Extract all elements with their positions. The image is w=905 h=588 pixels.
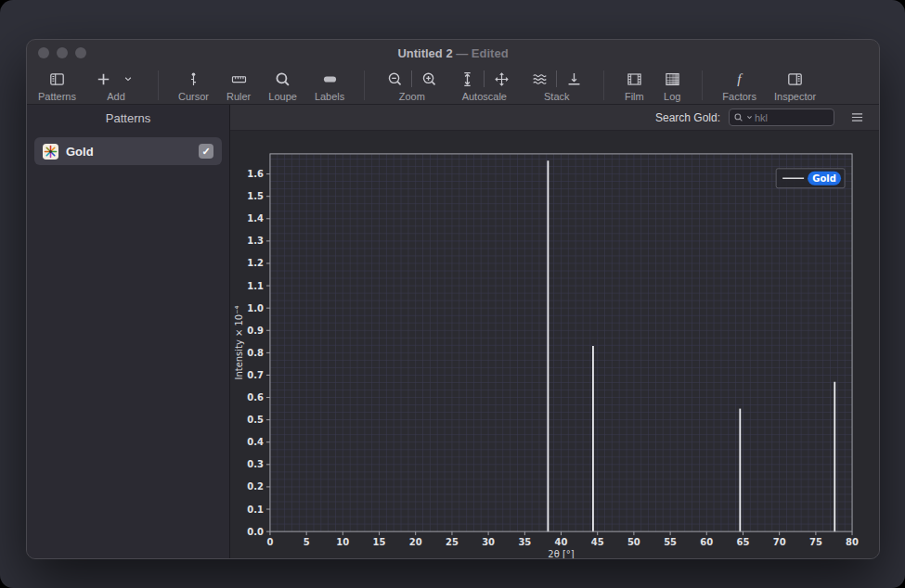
autoscale-vertical-icon bbox=[459, 71, 475, 87]
toolbar-label-inspector: Inspector bbox=[774, 91, 816, 102]
chevron-down-icon bbox=[123, 74, 133, 83]
toolbar-group-cursor: Cursor bbox=[178, 66, 209, 104]
svg-text:75: 75 bbox=[809, 537, 822, 547]
toolbar-group-zoom: Zoom bbox=[384, 66, 439, 104]
patterns-panel-button[interactable] bbox=[46, 69, 67, 89]
svg-text:1.0: 1.0 bbox=[247, 303, 264, 313]
factors-f-button[interactable]: f bbox=[730, 69, 750, 89]
hkl-list-button[interactable] bbox=[848, 109, 866, 125]
toolbar-button-separator bbox=[484, 70, 485, 87]
search-input[interactable] bbox=[755, 112, 830, 123]
svg-text:0.4: 0.4 bbox=[247, 437, 264, 447]
toolbar-label-factors: Factors bbox=[722, 91, 756, 102]
desktop-background: Untitled 2 — Edited PatternsAddCursorRul… bbox=[0, 0, 905, 588]
svg-text:50: 50 bbox=[627, 537, 640, 547]
toolbar-group-inspector: Inspector bbox=[774, 66, 816, 104]
zoom-in-button[interactable] bbox=[419, 69, 439, 89]
pattern-swatch-icon bbox=[43, 144, 58, 160]
app-window: Untitled 2 — Edited PatternsAddCursorRul… bbox=[26, 39, 880, 559]
toolbar-group-patterns: Patterns bbox=[38, 66, 76, 104]
toolbar-group-loupe: Loupe bbox=[268, 66, 297, 104]
zoom-out-button[interactable] bbox=[384, 69, 405, 89]
svg-text:0.1: 0.1 bbox=[247, 505, 264, 515]
minimize-button[interactable] bbox=[57, 47, 68, 58]
diffraction-chart[interactable]: 051015202530354045505560657075800.00.10.… bbox=[230, 131, 879, 558]
toolbar: PatternsAddCursorRulerLoupeLabelsZoomAut… bbox=[27, 66, 879, 105]
app-body: Patterns Gold✓ Search Gold: 05101 bbox=[27, 105, 879, 558]
toolbar-button-separator bbox=[556, 70, 557, 87]
svg-text:45: 45 bbox=[591, 537, 604, 547]
svg-text:30: 30 bbox=[482, 537, 495, 547]
log-grid-button[interactable] bbox=[662, 69, 682, 89]
sidebar-header: Patterns bbox=[27, 105, 229, 131]
toolbar-label-loupe: Loupe bbox=[268, 91, 297, 102]
autoscale-all-button[interactable] bbox=[491, 69, 511, 89]
pattern-visibility-checkbox[interactable]: ✓ bbox=[199, 144, 213, 159]
toolbar-group-labels: Labels bbox=[315, 66, 344, 104]
toolbar-divider bbox=[158, 70, 159, 100]
svg-text:20: 20 bbox=[409, 537, 422, 547]
ruler-button[interactable] bbox=[228, 69, 249, 89]
cursor-button[interactable] bbox=[183, 69, 203, 89]
search-bar: Search Gold: bbox=[230, 105, 879, 131]
film-button[interactable] bbox=[624, 69, 644, 89]
y-axis-title: Intensity × 10⁻⁴ bbox=[234, 306, 244, 380]
pattern-name: Gold bbox=[66, 145, 191, 159]
svg-text:70: 70 bbox=[773, 537, 786, 547]
svg-text:35: 35 bbox=[518, 537, 531, 547]
titlebar: Untitled 2 — Edited bbox=[27, 40, 879, 66]
svg-text:15: 15 bbox=[373, 537, 386, 547]
plus-icon bbox=[96, 71, 111, 87]
toolbar-group-log: Log bbox=[662, 66, 682, 104]
patterns-panel-icon bbox=[49, 71, 65, 87]
search-field[interactable] bbox=[729, 109, 834, 126]
autoscale-vertical-button[interactable] bbox=[457, 69, 477, 89]
plus-button[interactable] bbox=[94, 69, 114, 89]
chevron-down-button[interactable] bbox=[118, 69, 138, 89]
toolbar-label-stack: Stack bbox=[544, 91, 570, 102]
svg-text:0.8: 0.8 bbox=[247, 348, 264, 358]
inspector-panel-button[interactable] bbox=[785, 69, 806, 89]
toolbar-label-add: Add bbox=[107, 91, 125, 102]
toolbar-label-log: Log bbox=[664, 91, 680, 102]
loupe-button[interactable] bbox=[273, 69, 293, 89]
svg-text:1.3: 1.3 bbox=[247, 236, 264, 246]
toolbar-group-stack: Stack bbox=[529, 66, 584, 104]
svg-text:0.3: 0.3 bbox=[247, 459, 264, 469]
svg-text:80: 80 bbox=[846, 537, 859, 547]
svg-text:f: f bbox=[738, 71, 744, 86]
cursor-icon bbox=[186, 71, 201, 87]
close-button[interactable] bbox=[38, 47, 49, 58]
svg-text:0: 0 bbox=[266, 537, 273, 547]
toolbar-label-zoom: Zoom bbox=[399, 91, 425, 102]
toolbar-group-factors: fFactors bbox=[722, 66, 756, 104]
list-icon bbox=[850, 111, 864, 123]
zoom-button[interactable] bbox=[75, 47, 86, 58]
autoscale-all-icon bbox=[494, 71, 510, 87]
svg-text:25: 25 bbox=[446, 537, 459, 547]
search-label: Search Gold: bbox=[655, 111, 720, 124]
zoom-in-icon bbox=[421, 71, 437, 87]
align-baseline-button[interactable] bbox=[563, 69, 584, 89]
svg-text:55: 55 bbox=[664, 537, 677, 547]
svg-text:1.1: 1.1 bbox=[247, 281, 264, 291]
x-axis-title: 2θ [°] bbox=[548, 549, 575, 558]
chart-svg[interactable]: 051015202530354045505560657075800.00.10.… bbox=[230, 131, 879, 558]
toolbar-group-autoscale: Autoscale bbox=[457, 66, 511, 104]
stack-waves-button[interactable] bbox=[529, 69, 549, 89]
pattern-item-gold[interactable]: Gold✓ bbox=[34, 137, 222, 165]
ruler-icon bbox=[231, 71, 247, 87]
main-panel: Search Gold: 051015202530354045505560657… bbox=[230, 105, 879, 558]
factors-f-icon: f bbox=[731, 71, 747, 87]
svg-text:0.9: 0.9 bbox=[247, 326, 264, 336]
chevron-down-icon bbox=[746, 114, 753, 121]
window-title: Untitled 2 — Edited bbox=[27, 46, 879, 60]
label-tag-button[interactable] bbox=[319, 69, 340, 89]
svg-text:40: 40 bbox=[555, 537, 568, 547]
log-grid-icon bbox=[665, 71, 680, 87]
patterns-sidebar: Patterns Gold✓ bbox=[27, 105, 230, 558]
pattern-list: Gold✓ bbox=[27, 131, 229, 172]
svg-text:65: 65 bbox=[737, 537, 750, 547]
grid-lines bbox=[270, 154, 852, 531]
legend-entry-label[interactable]: Gold bbox=[812, 173, 836, 184]
